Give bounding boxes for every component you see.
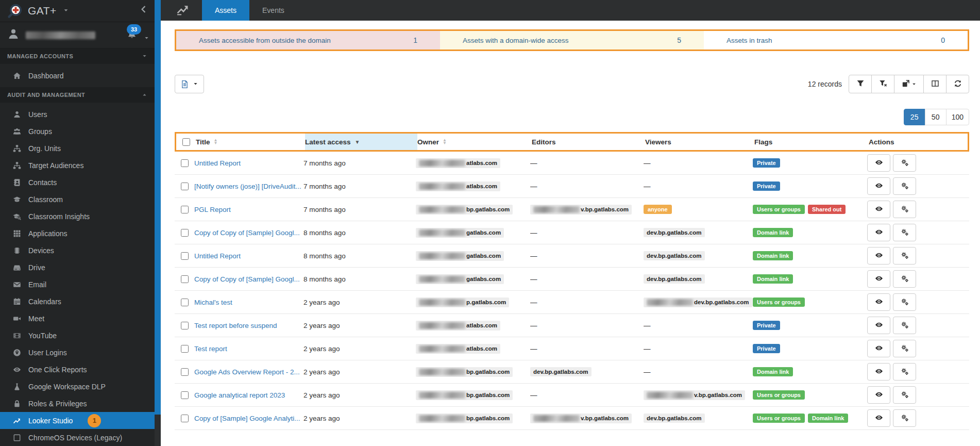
sidebar-item-dashboard[interactable]: Dashboard bbox=[0, 67, 155, 84]
sidebar-item-drive[interactable]: Drive bbox=[0, 259, 155, 276]
preview-button[interactable] bbox=[867, 177, 890, 195]
asset-title-link[interactable]: [Notify owners (jose)] [DriveAudit... bbox=[194, 183, 301, 190]
preview-button[interactable] bbox=[867, 363, 890, 381]
clear-filter-button[interactable] bbox=[871, 75, 894, 93]
sidebar-item-roles-privileges[interactable]: Roles & Privileges bbox=[0, 395, 155, 412]
refresh-button[interactable] bbox=[946, 75, 969, 93]
sidebar-item-contacts[interactable]: Contacts bbox=[0, 174, 155, 191]
asset-title-link[interactable]: PGL Report bbox=[194, 206, 231, 213]
sidebar-scrollbar-thumb[interactable] bbox=[155, 0, 161, 415]
preview-button[interactable] bbox=[867, 386, 890, 404]
sidebar-item-user-logins[interactable]: User Logins bbox=[0, 344, 155, 361]
page-size-50-button[interactable]: 50 bbox=[925, 109, 947, 125]
manage-button[interactable] bbox=[893, 247, 916, 265]
sidebar-scrollbar[interactable] bbox=[155, 0, 161, 446]
manage-button[interactable] bbox=[893, 340, 916, 357]
preview-button[interactable] bbox=[867, 317, 890, 334]
row-checkbox[interactable] bbox=[181, 391, 189, 399]
asset-title-link[interactable]: Google Ads Overview Report - 2... bbox=[194, 368, 300, 376]
page-size-25-button[interactable]: 25 bbox=[904, 109, 925, 125]
summary-card-outside-domain[interactable]: Assets accessible from outside the domai… bbox=[176, 31, 440, 49]
sidebar-item-classroom[interactable]: Classroom bbox=[0, 191, 155, 208]
manage-button[interactable] bbox=[893, 363, 916, 381]
select-all-checkbox[interactable] bbox=[182, 138, 190, 146]
user-row[interactable]: 33 bbox=[0, 22, 155, 48]
sidebar-item-org-units[interactable]: Org. Units bbox=[0, 140, 155, 157]
asset-title-link[interactable]: Test report bbox=[194, 345, 227, 353]
row-checkbox[interactable] bbox=[181, 183, 189, 190]
section-managed-accounts[interactable]: MANAGED ACCOUNTS bbox=[0, 48, 155, 64]
user-menu-caret-icon[interactable] bbox=[144, 34, 149, 43]
export-selected-dropdown[interactable] bbox=[175, 75, 204, 93]
column-header-latest-access[interactable]: Latest access▼ bbox=[305, 134, 417, 150]
preview-button[interactable] bbox=[867, 154, 890, 172]
sidebar-item-groups[interactable]: Groups bbox=[0, 123, 155, 140]
asset-title-link[interactable]: Michal's test bbox=[194, 299, 232, 306]
sidebar-item-users[interactable]: Users bbox=[0, 106, 155, 123]
preview-button[interactable] bbox=[867, 247, 890, 265]
row-checkbox[interactable] bbox=[181, 299, 189, 306]
asset-title-link[interactable]: Copy of [Sample] Google Analyti... bbox=[194, 415, 300, 422]
tab-events[interactable]: Events bbox=[249, 0, 297, 21]
page-size-100-button[interactable]: 100 bbox=[946, 109, 969, 125]
sidebar-item-one-click-reports[interactable]: One Click Reports bbox=[0, 361, 155, 378]
asset-title-link[interactable]: Copy of Copy of [Sample] Googl... bbox=[194, 229, 300, 237]
manage-button[interactable] bbox=[893, 224, 916, 241]
row-checkbox[interactable] bbox=[181, 159, 189, 167]
asset-title-link[interactable]: Test report before suspend bbox=[194, 322, 277, 329]
sidebar-item-youtube[interactable]: YouTube bbox=[0, 327, 155, 344]
preview-button[interactable] bbox=[867, 224, 890, 241]
asset-title-link[interactable]: Copy of Copy of [Sample] Googl... bbox=[194, 275, 300, 283]
row-checkbox[interactable] bbox=[181, 415, 189, 422]
column-header-title[interactable]: Title▲▼ bbox=[196, 134, 305, 150]
asset-title-link[interactable]: Untitled Report bbox=[194, 159, 241, 167]
sidebar-item-chromeos-devices-legacy[interactable]: ChromeOS Devices (Legacy) bbox=[0, 429, 155, 446]
manage-button[interactable] bbox=[893, 270, 916, 288]
sidebar-item-google-workspace-dlp[interactable]: Google Workspace DLP bbox=[0, 378, 155, 395]
row-checkbox[interactable] bbox=[181, 322, 189, 329]
preview-button[interactable] bbox=[867, 201, 890, 218]
summary-card-trash[interactable]: Assets in trash0 bbox=[704, 31, 968, 49]
sidebar-item-devices[interactable]: Devices bbox=[0, 242, 155, 259]
row-checkbox[interactable] bbox=[181, 229, 189, 237]
column-header-viewers[interactable]: Viewers bbox=[645, 134, 754, 150]
asset-title-link[interactable]: Untitled Report bbox=[194, 252, 241, 260]
column-header-editors[interactable]: Editors bbox=[532, 134, 645, 150]
manage-button[interactable] bbox=[893, 201, 916, 218]
row-checkbox[interactable] bbox=[181, 252, 189, 260]
manage-button[interactable] bbox=[893, 154, 916, 172]
tab-assets[interactable]: Assets bbox=[202, 0, 249, 21]
column-header-actions[interactable]: Actions bbox=[869, 134, 968, 150]
filter-button[interactable] bbox=[849, 75, 872, 93]
sidebar-item-target-audiences[interactable]: Target Audiences bbox=[0, 157, 155, 174]
summary-card-domain-wide[interactable]: Assets with a domain-wide access5 bbox=[440, 31, 704, 49]
sidebar-item-email[interactable]: Email bbox=[0, 276, 155, 293]
preview-button[interactable] bbox=[867, 270, 890, 288]
sidebar-item-meet[interactable]: Meet bbox=[0, 310, 155, 327]
export-button[interactable] bbox=[894, 75, 924, 93]
columns-button[interactable] bbox=[923, 75, 947, 93]
column-header-owner[interactable]: Owner▲▼ bbox=[417, 134, 532, 150]
column-header-flags[interactable]: Flags bbox=[754, 134, 869, 150]
row-checkbox[interactable] bbox=[181, 345, 189, 353]
preview-button[interactable] bbox=[867, 293, 890, 311]
row-checkbox[interactable] bbox=[181, 206, 189, 213]
sidebar-collapse-icon[interactable] bbox=[139, 5, 148, 16]
sidebar-item-classroom-insights[interactable]: Classroom Insights bbox=[0, 208, 155, 225]
manage-button[interactable] bbox=[893, 293, 916, 311]
sidebar-item-applications[interactable]: Applications bbox=[0, 225, 155, 242]
section-audit-management[interactable]: AUDIT AND MANAGEMENT bbox=[0, 87, 155, 103]
row-checkbox[interactable] bbox=[181, 368, 189, 376]
asset-title-link[interactable]: Google analytical report 2023 bbox=[194, 391, 285, 399]
row-checkbox[interactable] bbox=[181, 275, 189, 283]
manage-button[interactable] bbox=[893, 177, 916, 195]
manage-button[interactable] bbox=[893, 409, 916, 427]
sidebar-item-looker-studio[interactable]: Looker Studio1 bbox=[0, 412, 155, 429]
notifications-bell-icon[interactable]: 33 bbox=[127, 29, 137, 42]
preview-button[interactable] bbox=[867, 409, 890, 427]
manage-button[interactable] bbox=[893, 386, 916, 404]
logo-caret-icon[interactable] bbox=[63, 6, 69, 15]
sidebar-item-calendars[interactable]: Calendars bbox=[0, 293, 155, 310]
manage-button[interactable] bbox=[893, 317, 916, 334]
preview-button[interactable] bbox=[867, 340, 890, 357]
